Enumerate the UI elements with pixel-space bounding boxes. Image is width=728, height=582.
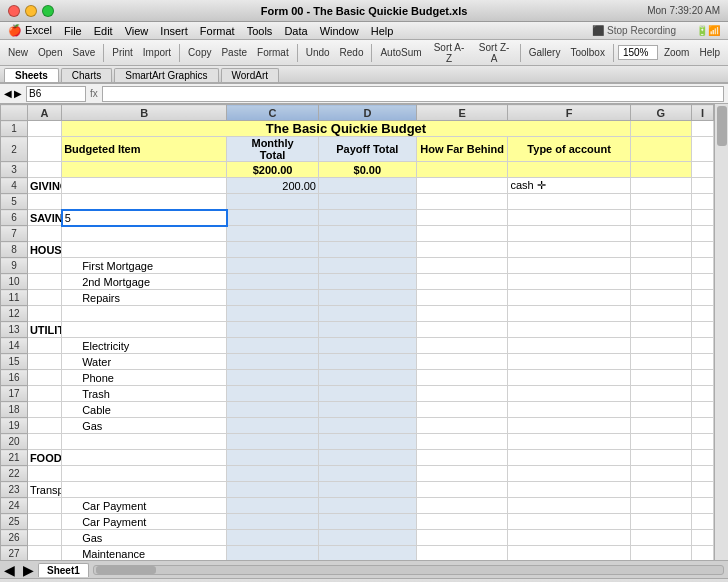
cell-b8[interactable]: [62, 242, 227, 258]
open-button[interactable]: Open: [34, 46, 66, 59]
cell-d15[interactable]: [318, 354, 416, 370]
cell-g12[interactable]: [630, 306, 691, 322]
cell-e16[interactable]: [416, 370, 508, 386]
cell-d17[interactable]: [318, 386, 416, 402]
minimize-button[interactable]: [25, 5, 37, 17]
cell-f23[interactable]: [508, 482, 630, 498]
cell-a19[interactable]: [27, 418, 61, 434]
cell-g17[interactable]: [630, 386, 691, 402]
help-button[interactable]: Help: [695, 46, 724, 59]
cell-d4[interactable]: [318, 178, 416, 194]
cell-b14[interactable]: Electricity: [62, 338, 227, 354]
zoom-input[interactable]: [618, 45, 658, 60]
cell-c6[interactable]: [227, 210, 319, 226]
import-button[interactable]: Import: [139, 46, 175, 59]
traffic-lights[interactable]: [8, 5, 54, 17]
cell-f7[interactable]: [508, 226, 630, 242]
cell-a14[interactable]: [27, 338, 61, 354]
cell-g9[interactable]: [630, 258, 691, 274]
cell-b27[interactable]: Maintenance: [62, 546, 227, 561]
maximize-button[interactable]: [42, 5, 54, 17]
cell-b15[interactable]: Water: [62, 354, 227, 370]
cell-e6[interactable]: [416, 210, 508, 226]
cell-a6[interactable]: SAVINGS: [27, 210, 61, 226]
cell-a8[interactable]: HOUSING: [27, 242, 61, 258]
cell-d21[interactable]: [318, 450, 416, 466]
cell-a17[interactable]: [27, 386, 61, 402]
cell-c12[interactable]: [227, 306, 319, 322]
gallery-button[interactable]: Gallery: [525, 46, 565, 59]
cell-e25[interactable]: [416, 514, 508, 530]
cell-g19[interactable]: [630, 418, 691, 434]
cell-g4[interactable]: [630, 178, 691, 194]
col-header-a[interactable]: A: [27, 105, 61, 121]
cell-f5[interactable]: [508, 194, 630, 210]
cell-b12[interactable]: [62, 306, 227, 322]
cell-i7[interactable]: [691, 226, 713, 242]
cell-f22[interactable]: [508, 466, 630, 482]
cell-e11[interactable]: [416, 290, 508, 306]
cell-b6[interactable]: 5: [62, 210, 227, 226]
nav-left-icon[interactable]: ◀: [4, 88, 12, 99]
cell-d25[interactable]: [318, 514, 416, 530]
cell-a7[interactable]: [27, 226, 61, 242]
cell-e20[interactable]: [416, 434, 508, 450]
tab-sheets[interactable]: Sheets: [4, 68, 59, 82]
cell-e23[interactable]: [416, 482, 508, 498]
cell-e26[interactable]: [416, 530, 508, 546]
cell-c4[interactable]: 200.00: [227, 178, 319, 194]
cell-i16[interactable]: [691, 370, 713, 386]
copy-button[interactable]: Copy: [184, 46, 215, 59]
name-box[interactable]: B6: [26, 86, 86, 102]
cell-b1-title[interactable]: The Basic Quickie Budget: [62, 121, 631, 137]
cell-e17[interactable]: [416, 386, 508, 402]
cell-a18[interactable]: [27, 402, 61, 418]
cell-c16[interactable]: [227, 370, 319, 386]
cell-a2[interactable]: [27, 137, 61, 162]
cell-f12[interactable]: [508, 306, 630, 322]
cell-b21[interactable]: [62, 450, 227, 466]
cell-f24[interactable]: [508, 498, 630, 514]
cell-f21[interactable]: [508, 450, 630, 466]
cell-c23[interactable]: [227, 482, 319, 498]
cell-b13[interactable]: [62, 322, 227, 338]
cell-e15[interactable]: [416, 354, 508, 370]
cell-g5[interactable]: [630, 194, 691, 210]
cell-a9[interactable]: [27, 258, 61, 274]
menu-insert[interactable]: Insert: [160, 25, 188, 37]
cell-e22[interactable]: [416, 466, 508, 482]
cell-a1[interactable]: [27, 121, 61, 137]
cell-g7[interactable]: [630, 226, 691, 242]
cell-g11[interactable]: [630, 290, 691, 306]
cell-a4[interactable]: GIVING: [27, 178, 61, 194]
cell-f20[interactable]: [508, 434, 630, 450]
cell-c13[interactable]: [227, 322, 319, 338]
cell-g23[interactable]: [630, 482, 691, 498]
cell-i25[interactable]: [691, 514, 713, 530]
undo-button[interactable]: Undo: [302, 46, 334, 59]
cell-a23[interactable]: Transportation: [27, 482, 61, 498]
cell-f17[interactable]: [508, 386, 630, 402]
cell-c21[interactable]: [227, 450, 319, 466]
cell-i5[interactable]: [691, 194, 713, 210]
cell-c24[interactable]: [227, 498, 319, 514]
horizontal-scrollbar[interactable]: [93, 565, 724, 575]
sort-za-button[interactable]: Sort Z-A: [472, 41, 515, 65]
toolbox-button[interactable]: Toolbox: [566, 46, 608, 59]
cell-d16[interactable]: [318, 370, 416, 386]
cell-c8[interactable]: [227, 242, 319, 258]
cell-i10[interactable]: [691, 274, 713, 290]
cell-c20[interactable]: [227, 434, 319, 450]
cell-i4[interactable]: [691, 178, 713, 194]
col-header-c[interactable]: C: [227, 105, 319, 121]
cell-g1[interactable]: [630, 121, 691, 137]
cell-g21[interactable]: [630, 450, 691, 466]
cell-b2[interactable]: Budgeted Item: [62, 137, 227, 162]
cell-b16[interactable]: Phone: [62, 370, 227, 386]
cell-d23[interactable]: [318, 482, 416, 498]
col-header-b[interactable]: B: [62, 105, 227, 121]
col-header-f[interactable]: F: [508, 105, 630, 121]
cell-g10[interactable]: [630, 274, 691, 290]
cell-d13[interactable]: [318, 322, 416, 338]
cell-b18[interactable]: Cable: [62, 402, 227, 418]
